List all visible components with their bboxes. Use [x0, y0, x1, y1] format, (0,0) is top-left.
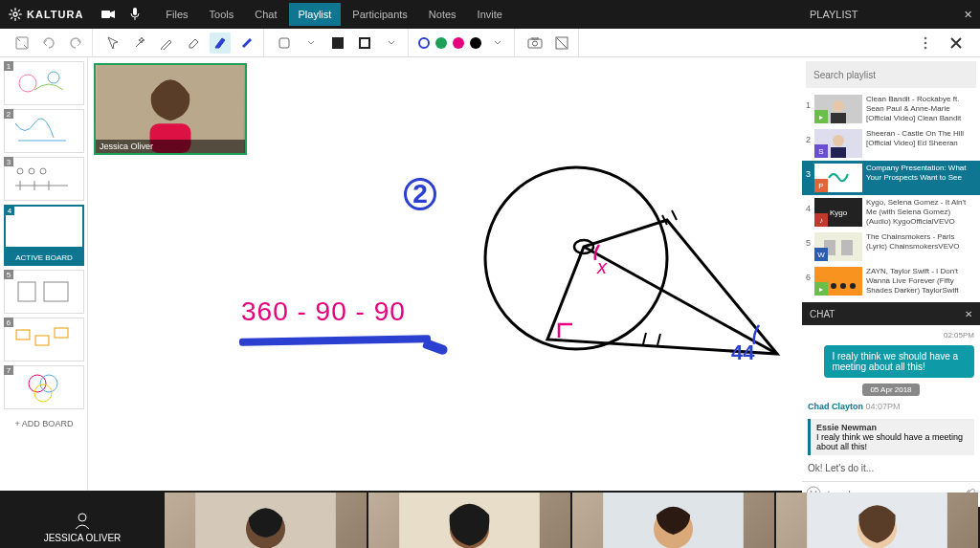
board-thumb-5[interactable]: 5: [4, 270, 84, 314]
board-thumb-6[interactable]: 6: [4, 318, 84, 362]
pointer-tool-icon[interactable]: [102, 33, 123, 54]
participant-tile[interactable]: Iruka Akuchi: [572, 493, 774, 548]
toolbar-close-icon[interactable]: [946, 33, 967, 54]
brand-text: KALTURA: [27, 9, 83, 20]
menu-playlist[interactable]: Playlist: [289, 3, 342, 26]
chat-message-bubble: I realy think we should have a meeting a…: [824, 345, 974, 378]
svg-point-0: [13, 12, 17, 16]
board-thumb-3[interactable]: 3: [4, 157, 84, 201]
svg-text:x: x: [596, 256, 608, 277]
board-thumb-7[interactable]: 7: [4, 365, 84, 409]
playlist-item[interactable]: 6▸ZAYN, Taylor Swift - I Don't Wanna Liv…: [802, 264, 980, 298]
playlist-item[interactable]: 4Kygo♪Kygo, Selena Gomez - It Ain't Me (…: [802, 195, 980, 230]
playlist-item[interactable]: 2SSheeran - Castle On The Hill [Official…: [802, 126, 980, 161]
svg-line-5: [11, 10, 12, 11]
svg-line-24: [557, 38, 567, 48]
playlist-close-icon[interactable]: ✕: [964, 9, 972, 21]
playlist-list: 1▸Clean Bandit - Rockabye ft. Sean Paul …: [802, 92, 980, 302]
svg-point-64: [840, 283, 846, 289]
svg-point-63: [831, 283, 836, 289]
boards-sidebar: 1 2 3 4 ACTIVE BOARD 5 6 7 + ADD BOARD: [0, 57, 88, 491]
color-green[interactable]: [435, 37, 447, 49]
playlist-search-input[interactable]: [806, 61, 976, 88]
fill-solid-icon[interactable]: [327, 33, 348, 54]
whiteboard-equation: 360 - 90 - 90: [241, 296, 406, 327]
svg-point-39: [40, 375, 57, 392]
chat-date-pill: 05 Apr 2018: [862, 384, 919, 396]
marker-tool-icon[interactable]: [236, 33, 257, 54]
chat-close-icon[interactable]: ✕: [965, 309, 972, 319]
menu-files[interactable]: Files: [156, 3, 197, 26]
menu-tools[interactable]: Tools: [200, 3, 244, 26]
add-board-button[interactable]: + ADD BOARD: [4, 413, 84, 434]
svg-text:44: 44: [731, 340, 755, 364]
logo-icon: [8, 7, 23, 22]
svg-rect-60: [841, 240, 853, 255]
playlist-item[interactable]: 5WThe Chainsmokers - Paris (Lyric) Chain…: [802, 230, 980, 264]
undo-icon[interactable]: [38, 33, 59, 54]
menu-chat[interactable]: Chat: [245, 3, 286, 26]
whiteboard-canvas[interactable]: Jessica Oliver 2 360 - 90 - 90 x 44: [88, 57, 802, 491]
svg-rect-20: [528, 39, 542, 48]
highlighter-tool-icon[interactable]: [210, 33, 231, 54]
svg-line-7: [11, 17, 12, 19]
fill-border-icon[interactable]: [354, 33, 375, 54]
playlist-item[interactable]: 3PCompany Presentation: What Your Prospe…: [802, 161, 980, 195]
chevron-down-icon[interactable]: [301, 33, 322, 54]
playlist-item[interactable]: 1▸Clean Bandit - Rockabye ft. Sean Paul …: [802, 92, 980, 126]
eraser-tool-icon[interactable]: [183, 33, 204, 54]
camera-icon[interactable]: [100, 7, 116, 22]
participant-tile[interactable]: Deependra Bardhan: [368, 493, 570, 548]
svg-point-28: [19, 75, 36, 92]
participant-tile[interactable]: Su Hua: [776, 493, 978, 548]
camera-capture-icon[interactable]: [524, 33, 546, 54]
participants-strip: JESSICA OLIVER is presenting Luis Calvil…: [0, 491, 980, 548]
color-black[interactable]: [470, 37, 481, 49]
svg-point-38: [29, 375, 46, 392]
svg-rect-33: [18, 282, 35, 301]
active-board-label: ACTIVE BOARD: [4, 249, 84, 266]
redo-icon[interactable]: [65, 33, 86, 54]
board-thumb-4[interactable]: 4: [4, 205, 84, 249]
presenting-icon: [74, 512, 91, 529]
board-thumb-1[interactable]: 1: [4, 61, 84, 105]
svg-point-21: [533, 41, 538, 46]
chat-header: CHAT✕: [802, 302, 980, 325]
chevron-down-icon[interactable]: [381, 33, 402, 54]
chat-quote: Essie NewmanI realy think we should have…: [808, 419, 974, 455]
svg-rect-34: [44, 282, 68, 301]
menu-notes[interactable]: Notes: [419, 3, 466, 26]
playlist-header: PLAYLIST ✕: [802, 0, 980, 29]
toolbar-more-icon[interactable]: [915, 33, 936, 54]
svg-rect-36: [35, 336, 49, 345]
presenting-name: JESSICA OLIVER: [44, 533, 122, 543]
microphone-icon[interactable]: [127, 7, 143, 22]
svg-point-44: [485, 167, 667, 349]
svg-line-6: [18, 17, 20, 19]
color-blue[interactable]: [418, 37, 430, 49]
participant-tile[interactable]: Luis Calvillo: [165, 493, 367, 548]
svg-point-53: [833, 135, 844, 146]
shape-rect-icon[interactable]: [274, 33, 295, 54]
menu-participants[interactable]: Participants: [343, 3, 416, 26]
board-thumb-2[interactable]: 2: [4, 109, 84, 153]
whiteboard-badge-2: 2: [404, 178, 436, 210]
menu-invite[interactable]: Invite: [468, 3, 512, 26]
chevron-down-icon[interactable]: [487, 33, 508, 54]
chat-reply-text: Ok! Let's do it...: [808, 461, 974, 475]
image-placeholder-icon[interactable]: [551, 33, 572, 54]
wand-tool-icon[interactable]: [129, 33, 150, 54]
svg-line-8: [18, 10, 20, 11]
svg-point-32: [40, 168, 46, 174]
expand-tool-icon[interactable]: [11, 33, 33, 54]
svg-rect-19: [360, 38, 369, 48]
whiteboard-underline: [239, 335, 431, 345]
presenter-video[interactable]: Jessica Oliver: [94, 63, 247, 155]
svg-point-31: [29, 168, 34, 174]
svg-rect-9: [101, 11, 110, 18]
chat-panel: CHAT✕ 02:05PM I realy think we should ha…: [802, 302, 980, 507]
pencil-tool-icon[interactable]: [156, 33, 177, 54]
svg-text:Kygo: Kygo: [830, 208, 848, 217]
color-pink[interactable]: [453, 37, 464, 49]
svg-point-25: [924, 36, 927, 39]
